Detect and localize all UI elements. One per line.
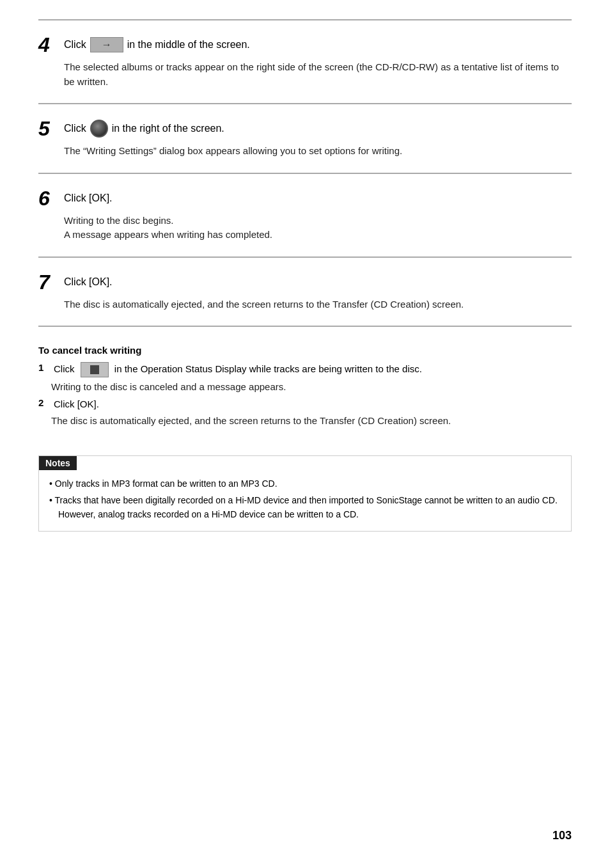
step-6-title: Click [OK]. [64, 193, 113, 204]
stop-icon-inner [90, 365, 99, 374]
step-5-section: 5 Click in the right of the screen. The … [38, 103, 572, 173]
page-number: 103 [552, 829, 572, 842]
page-container: 4 Click in the middle of the screen. The… [0, 0, 610, 570]
cancel-sub-step-2-number: 2 [38, 397, 51, 412]
step-7-number: 7 [38, 272, 56, 292]
step-6-body: Writing to the disc begins. A message ap… [38, 214, 572, 242]
step-4-title-after: in the middle of the screen. [127, 39, 250, 51]
notes-item-1: • Only tracks in MP3 format can be writt… [49, 477, 561, 491]
step-4-section: 4 Click in the middle of the screen. The… [38, 19, 572, 103]
step-5-title-after: in the right of the screen. [112, 123, 224, 134]
step-5-header: 5 Click in the right of the screen. [38, 118, 572, 139]
step-6-body-line1: Writing to the disc begins. [64, 214, 572, 228]
notes-content: • Only tracks in MP3 format can be writt… [39, 470, 571, 531]
step-6-body-line2: A message appears when writing has compl… [64, 228, 572, 242]
step-4-title-before: Click [64, 39, 86, 51]
stop-icon [81, 362, 109, 377]
step-6-section: 6 Click [OK]. Writing to the disc begins… [38, 173, 572, 256]
notes-header: Notes [39, 456, 77, 470]
cancel-section-title: To cancel track writing [38, 345, 572, 356]
circle-icon [90, 120, 108, 138]
step-6-header: 6 Click [OK]. [38, 188, 572, 209]
cancel-sub-step-1-number: 1 [38, 362, 51, 377]
step-7-title-before: Click [OK]. [64, 276, 113, 288]
cancel-sub-step-2-body: The disc is automatically ejected, and t… [38, 414, 572, 429]
notes-item-2: • Tracks that have been digitally record… [49, 493, 561, 522]
cancel-section: To cancel track writing 1 Click in the O… [38, 327, 572, 438]
step-7-header: 7 Click [OK]. [38, 272, 572, 292]
cancel-sub-step-1-before: Click [54, 363, 75, 374]
cancel-sub-step-1: 1 Click in the Operation Status Display … [38, 362, 572, 377]
arrow-icon [90, 37, 123, 52]
step-4-body: The selected albums or tracks appear on … [38, 60, 572, 89]
step-5-body: The “Writing Settings” dialog box appear… [38, 144, 572, 159]
notes-box: Notes • Only tracks in MP3 format can be… [38, 455, 572, 532]
step-5-title: Click in the right of the screen. [64, 120, 224, 138]
step-7-section: 7 Click [OK]. The disc is automatically … [38, 256, 572, 327]
step-6-number: 6 [38, 188, 56, 209]
cancel-sub-step-1-body: Writing to the disc is canceled and a me… [38, 380, 572, 395]
step-7-title: Click [OK]. [64, 276, 113, 288]
step-7-body: The disc is automatically ejected, and t… [38, 297, 572, 312]
step-4-title: Click in the middle of the screen. [64, 37, 250, 52]
cancel-sub-step-2: 2 Click [OK]. [38, 397, 572, 412]
step-4-number: 4 [38, 35, 56, 55]
cancel-sub-step-1-title: Click in the Operation Status Display wh… [54, 362, 422, 377]
cancel-sub-step-1-after: in the Operation Status Display while tr… [114, 363, 422, 374]
step-6-title-before: Click [OK]. [64, 193, 113, 204]
step-5-number: 5 [38, 118, 56, 139]
step-4-header: 4 Click in the middle of the screen. [38, 35, 572, 55]
cancel-sub-step-2-title: Click [OK]. [54, 397, 99, 412]
step-5-title-before: Click [64, 123, 86, 134]
